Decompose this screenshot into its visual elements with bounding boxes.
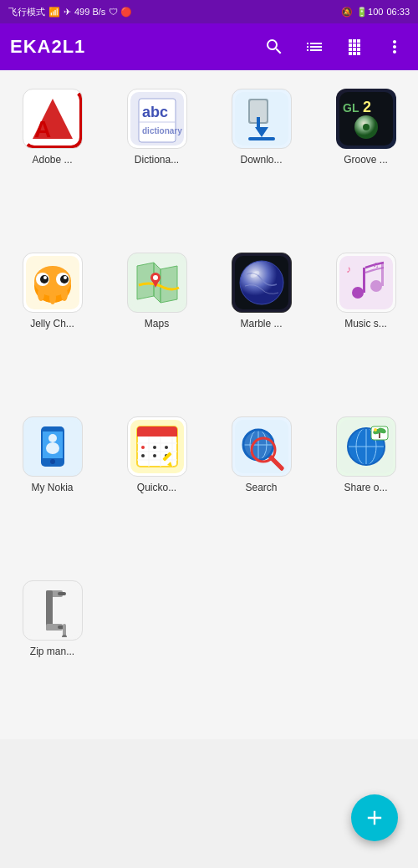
svg-rect-58 <box>137 433 177 437</box>
svg-point-43 <box>352 287 364 299</box>
svg-rect-46 <box>381 263 384 286</box>
svg-text:♫: ♫ <box>373 260 380 269</box>
app-label-dictionary: Dictiona... <box>135 154 179 166</box>
more-options-button[interactable] <box>381 33 408 60</box>
svg-text:GL: GL <box>343 101 359 115</box>
app-icon-zipman <box>23 580 83 641</box>
app-icon-adobe: A <box>23 89 83 149</box>
app-icon-search <box>232 416 292 477</box>
app-label-download: Downlo... <box>240 154 282 166</box>
svg-point-45 <box>370 280 382 292</box>
svg-text:dictionary: dictionary <box>142 126 182 135</box>
svg-point-66 <box>153 446 156 449</box>
app-item-marble[interactable]: Marble ... <box>212 244 310 401</box>
app-icon-jellychess <box>23 253 83 313</box>
svg-point-30 <box>61 288 68 301</box>
svg-rect-44 <box>363 268 365 293</box>
app-item-quicko[interactable]: Quicko... <box>108 408 206 565</box>
svg-rect-13 <box>248 137 275 140</box>
data-speed: 499 B/s <box>74 7 105 17</box>
app-label-adobe: Adobe ... <box>32 154 72 166</box>
app-item-shareo[interactable]: Share o... <box>317 408 415 565</box>
app-item-download[interactable]: Downlo... <box>212 80 310 237</box>
app-item-groove[interactable]: GL 2 Groove ... <box>317 80 415 237</box>
status-bar: 飞行模式 📶 ✈ 499 B/s 🛡 🔴 🔕 🔋100 06:33 <box>0 0 418 23</box>
status-bar-left: 飞行模式 📶 ✈ 499 B/s 🛡 🔴 <box>8 6 132 18</box>
svg-point-52 <box>48 434 57 442</box>
app-label-mynokia: My Nokia <box>31 482 73 493</box>
svg-rect-12 <box>257 117 260 129</box>
app-grid: A Adobe ... abc dictionary Dictiona... <box>0 70 418 739</box>
fab-add-button[interactable] <box>351 794 398 841</box>
mute-icon: 🔕 <box>341 7 353 18</box>
search-button[interactable] <box>261 33 288 60</box>
svg-text:abc: abc <box>142 104 168 120</box>
svg-text:♪: ♪ <box>346 263 351 275</box>
flight-mode-text: 飞行模式 <box>8 6 45 18</box>
svg-point-94 <box>374 428 377 431</box>
app-item-mynokia[interactable]: My Nokia <box>3 408 101 565</box>
app-label-zipman: Zip man... <box>30 646 74 657</box>
svg-point-68 <box>141 454 145 457</box>
dialpad-button[interactable] <box>341 33 368 60</box>
battery-icon: 🔋100 <box>356 7 383 18</box>
svg-rect-99 <box>58 592 66 595</box>
airplane-icon: ✈ <box>64 7 71 18</box>
svg-point-69 <box>153 454 156 457</box>
app-icon-download <box>232 89 292 149</box>
app-item-musics[interactable]: ♪ ♫ Music s... <box>317 244 415 401</box>
app-item-dictionary[interactable]: abc dictionary Dictiona... <box>108 80 206 237</box>
svg-point-29 <box>49 291 56 304</box>
app-icon-musics: ♪ ♫ <box>336 253 396 313</box>
app-icon-dictionary: abc dictionary <box>127 89 187 149</box>
svg-point-27 <box>64 276 67 279</box>
app-title: EKA2L1 <box>10 36 247 58</box>
status-bar-right: 🔕 🔋100 06:33 <box>341 7 410 18</box>
svg-point-65 <box>141 446 145 449</box>
svg-point-18 <box>363 124 370 130</box>
app-label-jellychess: Jelly Ch... <box>30 318 74 329</box>
svg-text:2: 2 <box>363 99 371 115</box>
app-label-shareo: Share o... <box>344 482 387 493</box>
app-label-maps: Maps <box>145 318 169 329</box>
app-item-zipman[interactable]: Zip man... <box>3 572 101 729</box>
app-label-marble: Marble ... <box>240 318 282 329</box>
svg-point-28 <box>38 288 44 301</box>
svg-point-53 <box>46 442 59 454</box>
app-icon-mynokia <box>23 416 83 477</box>
svg-point-67 <box>165 446 168 449</box>
shield-icons: 🛡 🔴 <box>109 7 132 18</box>
wifi-icon: 📶 <box>48 7 60 18</box>
app-icon-quicko <box>127 416 187 477</box>
time-display: 06:33 <box>386 7 410 17</box>
app-icon-shareo <box>336 416 396 477</box>
app-bar: EKA2L1 <box>0 23 418 70</box>
app-item-maps[interactable]: Maps <box>108 244 206 401</box>
app-icon-marble <box>232 253 292 313</box>
app-icon-maps <box>127 253 187 313</box>
app-item-adobe[interactable]: A Adobe ... <box>3 80 101 237</box>
svg-point-37 <box>153 275 158 280</box>
svg-point-26 <box>43 276 47 279</box>
app-item-jellychess[interactable]: Jelly Ch... <box>3 244 101 401</box>
list-view-button[interactable] <box>301 33 328 60</box>
app-label-quicko: Quicko... <box>137 482 176 493</box>
app-icon-groove: GL 2 <box>336 89 396 149</box>
app-item-search[interactable]: Search <box>212 408 310 565</box>
app-label-search: Search <box>245 482 277 493</box>
app-label-groove: Groove ... <box>344 154 388 166</box>
svg-point-54 <box>50 459 55 464</box>
app-label-musics: Music s... <box>344 318 387 329</box>
svg-text:A: A <box>34 116 51 142</box>
